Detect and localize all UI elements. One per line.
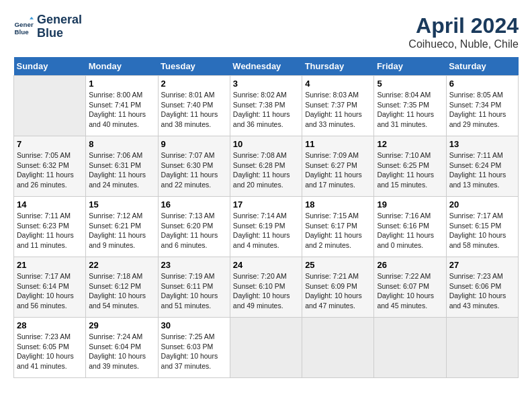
daylight-hours: Daylight: 11 hours and 11 minutes. [17,231,74,249]
day-info: Sunrise: 7:08 AM Sunset: 6:28 PM Dayligh… [233,150,299,190]
sunrise-time: Sunrise: 7:15 AM [305,212,359,220]
day-number: 11 [305,139,371,149]
calendar-cell: 4 Sunrise: 8:03 AM Sunset: 7:37 PM Dayli… [302,76,374,136]
sunrise-time: Sunrise: 8:01 AM [161,91,215,99]
calendar-cell: 25 Sunrise: 7:21 AM Sunset: 6:09 PM Dayl… [302,257,374,318]
day-number: 14 [17,199,83,210]
page-header: General Blue General Blue April 2024 Coi… [13,13,519,50]
sunrise-time: Sunrise: 7:21 AM [305,272,359,280]
day-info: Sunrise: 7:22 AM Sunset: 6:07 PM Dayligh… [377,271,443,311]
calendar-cell: 28 Sunrise: 7:23 AM Sunset: 6:05 PM Dayl… [14,318,86,378]
day-info: Sunrise: 7:17 AM Sunset: 6:14 PM Dayligh… [17,271,83,311]
calendar-cell: 12 Sunrise: 7:10 AM Sunset: 6:25 PM Dayl… [374,136,446,197]
day-info: Sunrise: 7:17 AM Sunset: 6:15 PM Dayligh… [449,211,515,250]
sunset-time: Sunset: 6:17 PM [305,222,357,230]
svg-marker-2 [30,17,34,19]
day-info: Sunrise: 7:05 AM Sunset: 6:32 PM Dayligh… [17,150,83,190]
calendar-cell [14,76,86,136]
logo-line1: General [37,13,82,27]
sunrise-time: Sunrise: 7:22 AM [377,272,431,280]
calendar-cell [230,318,302,378]
sunrise-time: Sunrise: 7:20 AM [233,272,287,280]
sunset-time: Sunset: 6:31 PM [89,161,141,169]
sunrise-time: Sunrise: 8:05 AM [449,91,503,99]
svg-text:General: General [15,21,34,28]
weekday-header-wednesday: Wednesday [230,57,302,76]
day-info: Sunrise: 7:15 AM Sunset: 6:17 PM Dayligh… [305,211,371,250]
sunrise-time: Sunrise: 7:12 AM [89,212,142,220]
calendar-cell: 26 Sunrise: 7:22 AM Sunset: 6:07 PM Dayl… [374,257,446,318]
calendar-cell: 20 Sunrise: 7:17 AM Sunset: 6:15 PM Dayl… [446,197,518,257]
sunrise-time: Sunrise: 8:03 AM [305,91,359,99]
daylight-hours: Daylight: 11 hours and 9 minutes. [89,231,146,249]
daylight-hours: Daylight: 11 hours and 26 minutes. [17,171,74,189]
calendar-cell: 30 Sunrise: 7:25 AM Sunset: 6:03 PM Dayl… [158,318,230,378]
calendar-cell: 21 Sunrise: 7:17 AM Sunset: 6:14 PM Dayl… [14,257,86,318]
weekday-header-thursday: Thursday [302,57,374,76]
day-number: 18 [305,199,371,210]
day-info: Sunrise: 8:04 AM Sunset: 7:35 PM Dayligh… [377,90,443,130]
day-number: 19 [377,199,443,210]
sunset-time: Sunset: 6:27 PM [305,161,357,169]
sunset-time: Sunset: 6:25 PM [377,161,429,169]
sunset-time: Sunset: 6:12 PM [89,282,141,290]
title-block: April 2024 Coihueco, Nuble, Chile [408,13,519,50]
sunset-time: Sunset: 7:34 PM [449,101,502,109]
sunset-time: Sunset: 6:23 PM [17,222,69,230]
sunset-time: Sunset: 7:38 PM [233,101,285,109]
sunrise-time: Sunrise: 7:06 AM [89,151,142,159]
daylight-hours: Daylight: 11 hours and 6 minutes. [161,231,218,249]
day-number: 20 [449,199,515,210]
day-info: Sunrise: 7:12 AM Sunset: 6:21 PM Dayligh… [89,211,154,250]
daylight-hours: Daylight: 10 hours and 37 minutes. [161,352,218,370]
daylight-hours: Daylight: 11 hours and 4 minutes. [233,231,290,249]
calendar-subtitle: Coihueco, Nuble, Chile [408,38,519,50]
calendar-cell: 15 Sunrise: 7:12 AM Sunset: 6:21 PM Dayl… [86,197,158,257]
daylight-hours: Daylight: 10 hours and 39 minutes. [89,352,146,370]
logo-text: General Blue [37,13,82,40]
sunrise-time: Sunrise: 7:07 AM [161,151,215,159]
day-info: Sunrise: 7:23 AM Sunset: 6:05 PM Dayligh… [17,332,83,371]
sunrise-time: Sunrise: 7:08 AM [233,151,287,159]
sunset-time: Sunset: 6:20 PM [161,222,214,230]
sunrise-time: Sunrise: 7:19 AM [161,272,215,280]
calendar-title: April 2024 [408,13,519,38]
daylight-hours: Daylight: 11 hours and 2 minutes. [305,231,362,249]
calendar-cell [446,318,518,378]
day-info: Sunrise: 8:00 AM Sunset: 7:41 PM Dayligh… [89,90,154,130]
sunset-time: Sunset: 6:32 PM [17,161,69,169]
sunrise-time: Sunrise: 8:00 AM [89,91,142,99]
sunset-time: Sunset: 6:04 PM [89,342,141,351]
weekday-header-saturday: Saturday [446,57,518,76]
sunset-time: Sunset: 6:19 PM [233,222,285,230]
sunset-time: Sunset: 7:37 PM [305,101,357,109]
daylight-hours: Daylight: 11 hours and 31 minutes. [377,110,434,128]
day-number: 3 [233,79,299,89]
daylight-hours: Daylight: 11 hours and 17 minutes. [305,171,362,189]
daylight-hours: Daylight: 11 hours and 36 minutes. [233,110,290,128]
day-info: Sunrise: 7:11 AM Sunset: 6:23 PM Dayligh… [17,211,83,250]
daylight-hours: Daylight: 11 hours and 29 minutes. [449,110,506,128]
day-info: Sunrise: 7:07 AM Sunset: 6:30 PM Dayligh… [161,150,227,190]
calendar-week-row: 7 Sunrise: 7:05 AM Sunset: 6:32 PM Dayli… [14,136,519,197]
calendar-cell: 18 Sunrise: 7:15 AM Sunset: 6:17 PM Dayl… [302,197,374,257]
calendar-cell: 24 Sunrise: 7:20 AM Sunset: 6:10 PM Dayl… [230,257,302,318]
day-info: Sunrise: 7:20 AM Sunset: 6:10 PM Dayligh… [233,271,299,311]
daylight-hours: Daylight: 10 hours and 47 minutes. [305,291,362,310]
sunrise-time: Sunrise: 7:11 AM [17,212,71,220]
day-info: Sunrise: 7:10 AM Sunset: 6:25 PM Dayligh… [377,150,443,190]
calendar-cell: 1 Sunrise: 8:00 AM Sunset: 7:41 PM Dayli… [86,76,158,136]
daylight-hours: Daylight: 11 hours and 38 minutes. [161,110,218,128]
sunset-time: Sunset: 6:11 PM [161,282,214,290]
sunset-time: Sunset: 6:07 PM [377,282,429,290]
day-number: 22 [89,260,154,270]
sunset-time: Sunset: 7:40 PM [161,101,214,109]
sunrise-time: Sunrise: 7:10 AM [377,151,431,159]
logo-icon: General Blue [13,17,34,37]
calendar-cell: 27 Sunrise: 7:23 AM Sunset: 6:06 PM Dayl… [446,257,518,318]
sunrise-time: Sunrise: 7:24 AM [89,332,142,340]
calendar-cell: 9 Sunrise: 7:07 AM Sunset: 6:30 PM Dayli… [158,136,230,197]
day-number: 26 [377,260,443,270]
calendar-cell: 23 Sunrise: 7:19 AM Sunset: 6:11 PM Dayl… [158,257,230,318]
logo: General Blue General Blue [13,13,82,40]
